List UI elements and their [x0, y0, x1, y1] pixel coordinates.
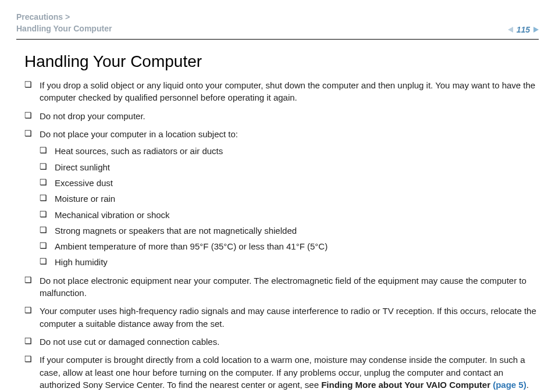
prev-page-icon[interactable] [508, 27, 513, 33]
list-item-strong: Finding More about Your VAIO Computer [321, 380, 493, 390]
breadcrumb-line2: Handling Your Computer [16, 24, 112, 33]
list-item-text-post: . [526, 380, 529, 390]
page-container: Precautions > Handling Your Computer 115… [0, 0, 555, 392]
page-header: Precautions > Handling Your Computer 115 [16, 12, 539, 40]
list-item: Do not place your computer in a location… [24, 128, 539, 269]
list-item: Ambient temperature of more than 95°F (3… [40, 240, 539, 252]
bullet-list: If you drop a solid object or any liquid… [24, 79, 539, 391]
next-page-icon[interactable] [533, 27, 539, 33]
list-item: Do not use cut or damaged connection cab… [24, 336, 539, 348]
page-nav: 115 [508, 25, 539, 34]
list-item-text: Do not place your computer in a location… [40, 129, 238, 139]
list-item: Do not drop your computer. [24, 110, 539, 122]
list-item: Heat sources, such as radiators or air d… [40, 145, 539, 157]
page-title: Handling Your Computer [24, 52, 539, 71]
list-item: Strong magnets or speakers that are not … [40, 224, 539, 237]
page-number: 115 [517, 25, 530, 34]
content-body: Handling Your Computer If you drop a sol… [16, 52, 539, 391]
page-link[interactable]: (page 5) [493, 380, 526, 390]
list-item: If you drop a solid object or any liquid… [24, 79, 539, 104]
breadcrumb: Precautions > Handling Your Computer [16, 12, 112, 34]
sub-bullet-list: Heat sources, such as radiators or air d… [40, 145, 539, 268]
list-item: Direct sunlight [40, 161, 539, 173]
list-item: Mechanical vibration or shock [40, 209, 539, 221]
list-item: Do not place electronic equipment near y… [24, 275, 539, 300]
list-item: Excessive dust [40, 177, 539, 189]
list-item: Your computer uses high-frequency radio … [24, 305, 539, 330]
list-item: High humidity [40, 256, 539, 268]
list-item: Moisture or rain [40, 193, 539, 205]
breadcrumb-line1: Precautions > [16, 12, 70, 22]
list-item: If your computer is brought directly fro… [24, 354, 539, 391]
